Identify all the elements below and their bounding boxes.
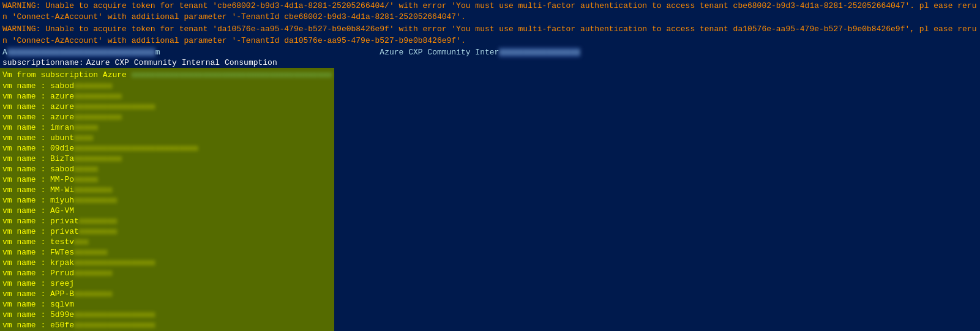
subscription-name-row: subscriptionname : Azure CXP Community I… [0, 58, 980, 68]
vm-row-19: vm name : sreej [0, 278, 334, 289]
vm-row-14: vm name : privatxxxxxxxx [0, 226, 334, 237]
vm-row-17: vm name : krpakxxxxxxxxxxxxxxxxx [0, 258, 334, 268]
vm-header-row: Vm from subscription Azure xxxxxxxxxxxxx… [0, 69, 334, 81]
vm-row-1: vm name : azurexxxxxxxxxx [0, 91, 334, 102]
vm-row-15: vm name : testvxxx [0, 237, 334, 247]
vm-row-3: vm name : azurexxxxxxxxxx [0, 112, 334, 122]
vm-row-13: vm name : privatxxxxxxxx [0, 216, 334, 226]
vm-list: Vm from subscription Azure xxxxxxxxxxxxx… [0, 68, 334, 331]
account-line: Axxxxxxxxxxxxxxxxxxxxxxxxxxxxxxxm Azure … [0, 47, 980, 58]
vm-row-11: vm name : miyuhxxxxxxxxx [0, 195, 334, 206]
vm-row-6: vm name : 09d1exxxxxxxxxxxxxxxxxxxxxxxxx… [0, 143, 334, 154]
vm-row-21: vm name : sqlvm [0, 299, 334, 310]
sub-colon: : [79, 58, 84, 67]
sub-label: subscriptionname [2, 58, 79, 67]
subscription-display: Azure CXP Community Inter [380, 48, 499, 57]
vm-section: Vm from subscription Azure xxxxxxxxxxxxx… [0, 68, 334, 331]
vm-row-20: vm name : APP-Bxxxxxxxx [0, 289, 334, 299]
account-blurred-2: xxxxxxxxxxxxxxxxx [499, 48, 580, 57]
vm-row-16: vm name : FWTesxxxxxxx [0, 247, 334, 258]
terminal-window: WARNING: Unable to acquire token for ten… [0, 0, 980, 331]
account-prefix: A [2, 48, 7, 57]
vm-row-23: vm name : e50fexxxxxxxxxxxxxxxxx [0, 320, 334, 330]
vm-row-5: vm name : ubuntxxxx [0, 133, 334, 143]
vm-row-9: vm name : MM-Poxxxxx [0, 174, 334, 185]
sub-value: Azure CXP Community Internal Consumption [86, 58, 277, 67]
warning-line-2: WARNING: Unable to acquire token for ten… [0, 23, 980, 46]
vm-header-text: Vm from subscription Azure [2, 70, 127, 80]
vm-row-18: vm name : Prrudxxxxxxxx [0, 268, 334, 278]
account-blurred-1: xxxxxxxxxxxxxxxxxxxxxxxxxxxxxxx [7, 48, 155, 57]
account-middle: m [155, 48, 160, 57]
vm-row-22: vm name : 5d99exxxxxxxxxxxxxxxxx [0, 310, 334, 320]
vm-row-2: vm name : azurexxxxxxxxxxxxxxxxx [0, 102, 334, 112]
vm-row-8: vm name : sabodxxxxx [0, 164, 334, 174]
vm-header-blurred: xxxxxxxxxxxxxxxxxxxxxxxxxxxxxxxxxxxxxxxx… [132, 70, 332, 80]
vm-row-10: vm name : MM-Wixxxxxxxx [0, 185, 334, 195]
vm-row-0: vm name : sabodxxxxxxxx [0, 81, 334, 91]
vm-row-4: vm name : imranxxxxx [0, 122, 334, 133]
vm-row-12: vm name : AG-VM [0, 206, 334, 216]
vm-row-7: vm name : BizTaxxxxxxxxxx [0, 154, 334, 164]
warning-line-1: WARNING: Unable to acquire token for ten… [0, 0, 980, 23]
